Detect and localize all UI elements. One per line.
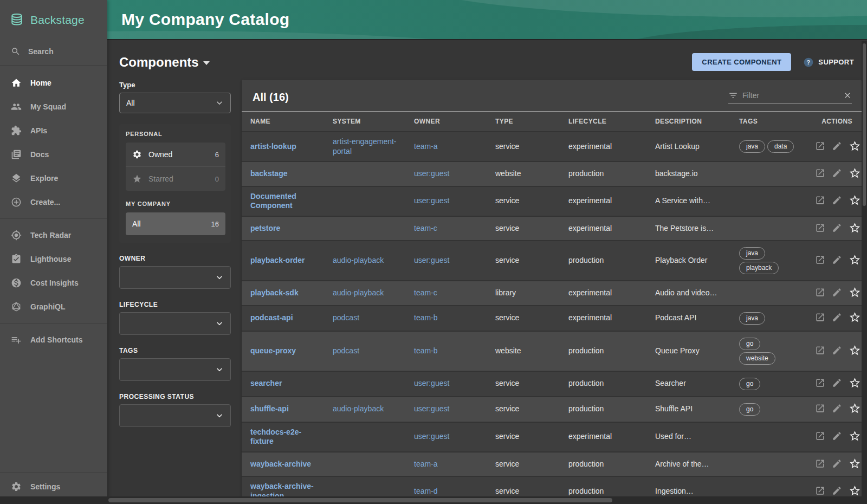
owner-filter-select[interactable]: [119, 266, 231, 289]
star-toggle-icon[interactable]: [849, 167, 861, 179]
star-toggle-icon[interactable]: [849, 484, 861, 497]
tags-filter-select[interactable]: [119, 358, 231, 381]
open-in-new-icon[interactable]: [815, 255, 825, 265]
open-in-new-icon[interactable]: [815, 287, 825, 298]
clear-filter-icon[interactable]: [843, 91, 852, 100]
column-header-tags[interactable]: TAGS: [730, 112, 806, 132]
sidebar-search[interactable]: Search: [0, 39, 107, 66]
entity-name-link[interactable]: playback-order: [250, 256, 305, 264]
owner-link[interactable]: team-c: [414, 224, 437, 232]
star-toggle-icon[interactable]: [849, 457, 861, 470]
edit-icon[interactable]: [832, 255, 842, 265]
brand[interactable]: Backstage: [0, 0, 107, 39]
column-header-type[interactable]: TYPE: [487, 112, 560, 132]
horizontal-scrollbar-thumb[interactable]: [108, 498, 612, 502]
star-toggle-icon[interactable]: [849, 222, 861, 234]
owner-link[interactable]: team-b: [414, 313, 438, 322]
entity-name-link[interactable]: Documented Component: [250, 192, 296, 210]
system-link[interactable]: podcast: [333, 313, 359, 322]
open-in-new-icon[interactable]: [815, 195, 825, 205]
entity-name-link[interactable]: wayback-archive: [250, 460, 311, 468]
entity-name-link[interactable]: podcast-api: [250, 313, 293, 322]
owner-link[interactable]: team-a: [414, 142, 438, 151]
edit-icon[interactable]: [832, 168, 842, 178]
filter-item-owned[interactable]: Owned 6: [126, 143, 225, 166]
filter-item-all[interactable]: All 16: [126, 212, 225, 235]
star-toggle-icon[interactable]: [849, 402, 861, 415]
open-in-new-icon[interactable]: [815, 378, 825, 388]
owner-link[interactable]: user:guest: [414, 256, 449, 264]
open-in-new-icon[interactable]: [815, 223, 825, 233]
star-toggle-icon[interactable]: [849, 254, 861, 266]
owner-link[interactable]: user:guest: [414, 169, 449, 178]
table-filter-input[interactable]: [742, 91, 839, 100]
edit-icon[interactable]: [832, 287, 842, 298]
column-header-system[interactable]: SYSTEM: [324, 112, 405, 132]
open-in-new-icon[interactable]: [815, 486, 825, 496]
star-toggle-icon[interactable]: [849, 377, 861, 389]
sidebar-item-cost-insights[interactable]: Cost Insights: [0, 271, 107, 295]
sidebar-item-lighthouse[interactable]: Lighthouse: [0, 247, 107, 271]
open-in-new-icon[interactable]: [815, 312, 825, 322]
owner-link[interactable]: user:guest: [414, 379, 449, 387]
sidebar-item-graphiql[interactable]: GraphiQL: [0, 295, 107, 319]
open-in-new-icon[interactable]: [815, 141, 825, 151]
sidebar-item-create[interactable]: Create...: [0, 190, 107, 214]
system-link[interactable]: podcast: [333, 346, 359, 355]
sidebar-item-my-squad[interactable]: My Squad: [0, 95, 107, 119]
sidebar-item-explore[interactable]: Explore: [0, 166, 107, 190]
lifecycle-filter-select[interactable]: [119, 312, 231, 335]
star-toggle-icon[interactable]: [849, 311, 861, 324]
column-header-description[interactable]: DESCRIPTION: [646, 112, 730, 132]
edit-icon[interactable]: [832, 403, 842, 413]
open-in-new-icon[interactable]: [815, 403, 825, 413]
star-toggle-icon[interactable]: [849, 344, 861, 357]
sidebar-item-add-shortcuts[interactable]: Add Shortcuts: [0, 328, 107, 352]
sidebar-item-home[interactable]: Home: [0, 71, 107, 95]
edit-icon[interactable]: [832, 312, 842, 322]
entity-name-link[interactable]: queue-proxy: [250, 346, 296, 355]
processing-status-filter-select[interactable]: [119, 404, 231, 427]
support-button[interactable]: ? SUPPORT: [803, 57, 854, 68]
star-toggle-icon[interactable]: [849, 430, 861, 442]
edit-icon[interactable]: [832, 195, 842, 205]
entity-name-link[interactable]: playback-sdk: [250, 288, 299, 297]
open-in-new-icon[interactable]: [815, 345, 825, 356]
filter-item-starred[interactable]: Starred 0: [126, 166, 225, 191]
column-header-owner[interactable]: OWNER: [405, 112, 487, 132]
edit-icon[interactable]: [832, 141, 842, 151]
sidebar-item-docs[interactable]: Docs: [0, 143, 107, 166]
star-toggle-icon[interactable]: [849, 194, 861, 206]
owner-link[interactable]: team-c: [414, 288, 437, 297]
open-in-new-icon[interactable]: [815, 431, 825, 441]
entity-name-link[interactable]: backstage: [250, 169, 287, 178]
open-in-new-icon[interactable]: [815, 168, 825, 178]
star-toggle-icon[interactable]: [849, 286, 861, 299]
entity-name-link[interactable]: petstore: [250, 224, 280, 232]
kind-selector[interactable]: Components: [119, 55, 210, 70]
edit-icon[interactable]: [832, 223, 842, 233]
owner-link[interactable]: team-a: [414, 460, 438, 468]
edit-icon[interactable]: [832, 345, 842, 356]
sidebar-item-apis[interactable]: APIs: [0, 119, 107, 143]
edit-icon[interactable]: [832, 458, 842, 469]
type-filter-select[interactable]: All: [119, 93, 231, 113]
owner-link[interactable]: team-d: [414, 487, 438, 495]
owner-link[interactable]: user:guest: [414, 196, 449, 205]
system-link[interactable]: audio-playback: [333, 288, 384, 297]
entity-name-link[interactable]: searcher: [250, 379, 282, 387]
edit-icon[interactable]: [832, 378, 842, 388]
entity-name-link[interactable]: artist-lookup: [250, 142, 296, 151]
column-header-name[interactable]: NAME: [242, 112, 324, 132]
system-link[interactable]: audio-playback: [333, 404, 384, 413]
entity-name-link[interactable]: shuffle-api: [250, 404, 289, 413]
create-component-button[interactable]: CREATE COMPONENT: [692, 53, 791, 71]
owner-link[interactable]: user:guest: [414, 404, 449, 413]
owner-link[interactable]: user:guest: [414, 432, 449, 441]
owner-link[interactable]: team-b: [414, 346, 438, 355]
system-link[interactable]: artist-engagement-portal: [333, 137, 397, 156]
system-link[interactable]: audio-playback: [333, 256, 384, 264]
edit-icon[interactable]: [832, 431, 842, 441]
column-header-lifecycle[interactable]: LIFECYCLE: [560, 112, 646, 132]
star-toggle-icon[interactable]: [849, 140, 861, 152]
